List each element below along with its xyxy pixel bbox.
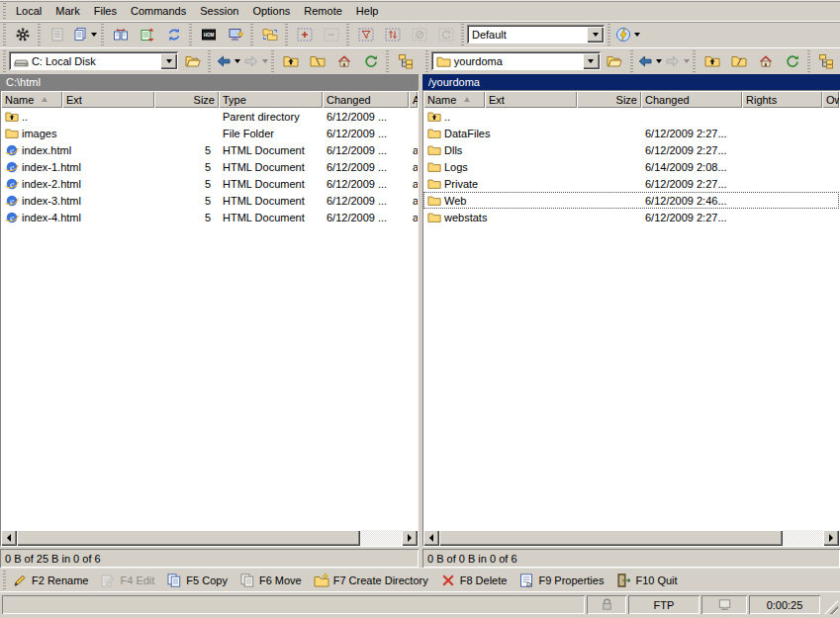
copy-button[interactable]: F5 Copy	[163, 570, 236, 591]
local-parent-directory-button[interactable]	[277, 50, 304, 72]
remote-home-directory-button[interactable]	[752, 50, 779, 72]
local-scroll-left-button[interactable]	[1, 530, 17, 546]
toolbar-gripper[interactable]	[425, 50, 428, 72]
swap-panels-button[interactable]	[256, 24, 283, 45]
toolbar-gripper[interactable]	[101, 24, 104, 45]
console-button[interactable]: HOM	[195, 24, 222, 45]
local-open-directory-button[interactable]	[179, 50, 206, 72]
remote-location-combo-dropdown-button[interactable]	[583, 53, 600, 69]
local-column-header-attr[interactable]: Attr	[409, 91, 418, 108]
sort-button[interactable]	[379, 24, 406, 45]
chevron-down-icon[interactable]	[684, 59, 690, 63]
remote-open-directory-button[interactable]	[602, 50, 628, 72]
local-file-row[interactable]: eindex-3.html5HTML Document6/12/2009 ...…	[1, 192, 418, 209]
toolbar-gripper[interactable]	[630, 50, 633, 72]
local-file-row[interactable]: ..Parent directory6/12/2009 ...	[1, 108, 418, 125]
remote-tree-button[interactable]	[813, 50, 840, 72]
local-column-header-changed[interactable]: Changed	[323, 91, 409, 108]
remote-scroll-thumb[interactable]	[439, 530, 783, 546]
remote-column-header-ext[interactable]: Ext	[485, 91, 577, 108]
local-scroll-track[interactable]	[360, 530, 402, 546]
menu-session[interactable]: Session	[193, 1, 245, 21]
select-files-button[interactable]	[291, 24, 318, 45]
move-button[interactable]: F6 Move	[236, 570, 311, 591]
preferences-button[interactable]	[9, 24, 36, 45]
remote-horizontal-scrollbar[interactable]	[423, 530, 839, 546]
create-directory-button[interactable]: F7 Create Directory	[311, 570, 437, 591]
local-location-combo-dropdown-button[interactable]	[160, 53, 177, 69]
local-file-row[interactable]: eindex-1.html5HTML Document6/12/2009 ...…	[1, 158, 418, 175]
local-home-directory-button[interactable]	[330, 50, 357, 72]
menu-help[interactable]: Help	[349, 1, 386, 21]
filter-button[interactable]	[352, 24, 379, 45]
local-column-header-name[interactable]: Name	[1, 91, 62, 108]
transfer-settings-button[interactable]	[613, 24, 642, 45]
synchronize-button[interactable]	[134, 24, 160, 45]
chevron-down-icon[interactable]	[91, 33, 97, 37]
toolbar-gripper[interactable]	[208, 50, 211, 72]
toolbar-gripper[interactable]	[250, 24, 253, 45]
chevron-down-icon[interactable]	[234, 59, 240, 63]
menu-files[interactable]: Files	[87, 1, 124, 21]
edit-button[interactable]: F4 Edit	[97, 570, 163, 591]
remote-scroll-left-button[interactable]	[423, 530, 439, 546]
local-location-combo[interactable]: C: Local Disk	[9, 51, 180, 71]
toolbar-gripper[interactable]	[189, 24, 192, 45]
remote-file-row[interactable]: DataFiles6/12/2009 2:27...	[423, 125, 839, 141]
rename-button[interactable]: F2 Rename	[9, 570, 97, 591]
remote-column-header-name[interactable]: Name	[423, 91, 485, 108]
menu-commands[interactable]: Commands	[124, 1, 193, 21]
menu-options[interactable]: Options	[245, 1, 297, 21]
toolbar-gripper[interactable]	[807, 50, 810, 72]
toolbar-gripper[interactable]	[461, 24, 464, 45]
delete-button[interactable]: F8 Delete	[437, 570, 516, 591]
remote-scroll-right-button[interactable]	[823, 530, 839, 546]
local-tree-button[interactable]	[392, 50, 419, 72]
toolbar-gripper[interactable]	[386, 50, 389, 72]
local-column-header-type[interactable]: Type	[219, 91, 323, 108]
local-column-header-size[interactable]: Size	[154, 91, 219, 108]
remote-parent-directory-button[interactable]	[699, 50, 725, 72]
remote-forward-button[interactable]	[663, 50, 691, 72]
remote-root-directory-button[interactable]: /	[725, 50, 752, 72]
local-root-directory-button[interactable]: \	[304, 50, 330, 72]
remote-location-combo[interactable]: yourdoma	[431, 51, 602, 71]
menubar-gripper[interactable]	[3, 3, 6, 19]
remote-scroll-track[interactable]	[783, 530, 823, 546]
new-session-button[interactable]	[222, 24, 248, 45]
toolbar-gripper[interactable]	[607, 24, 610, 45]
toolbar-gripper[interactable]	[693, 50, 696, 72]
quit-button[interactable]: F10 Quit	[612, 570, 686, 591]
synchronize-browsing-button[interactable]	[160, 24, 187, 45]
local-forward-button[interactable]	[241, 50, 269, 72]
local-back-button[interactable]	[214, 50, 241, 72]
remote-file-row[interactable]: Private6/12/2009 2:27...	[423, 175, 839, 192]
remote-column-header-owner[interactable]: Owner	[822, 91, 839, 108]
local-file-row[interactable]: eindex.html5HTML Document6/12/2009 ...a	[1, 141, 418, 158]
queue-button[interactable]	[70, 24, 99, 45]
chevron-down-icon[interactable]	[262, 59, 268, 63]
local-refresh-button[interactable]	[357, 50, 384, 72]
session-log-button[interactable]	[44, 24, 70, 45]
toolbar-gripper[interactable]	[285, 24, 288, 45]
menu-remote[interactable]: Remote	[297, 1, 349, 21]
menu-local[interactable]: Local	[9, 1, 48, 21]
local-scroll-thumb[interactable]	[17, 530, 360, 546]
remote-column-header-rights[interactable]: Rights	[742, 91, 822, 108]
remote-file-row[interactable]: webstats6/12/2009 2:27...	[423, 209, 839, 225]
local-column-header-ext[interactable]: Ext	[62, 91, 154, 108]
local-horizontal-scrollbar[interactable]	[1, 530, 418, 546]
remote-file-row[interactable]: ..	[423, 108, 839, 125]
local-file-row[interactable]: imagesFile Folder6/12/2009 ...	[1, 125, 418, 141]
properties-button[interactable]: F9 Properties	[515, 570, 612, 591]
remote-file-row[interactable]: Logs6/14/2009 2:08...	[423, 158, 839, 175]
resize-grip-icon[interactable]	[824, 600, 838, 614]
remote-column-header-changed[interactable]: Changed	[641, 91, 742, 108]
unselect-files-button[interactable]	[318, 24, 344, 45]
toolbar-gripper[interactable]	[3, 24, 6, 45]
toolbar-gripper[interactable]	[346, 24, 349, 45]
chevron-down-icon[interactable]	[656, 59, 662, 63]
toolbar-gripper[interactable]	[271, 50, 274, 72]
remote-column-header-size[interactable]: Size	[577, 91, 641, 108]
session-combo-dropdown-button[interactable]	[587, 27, 604, 43]
